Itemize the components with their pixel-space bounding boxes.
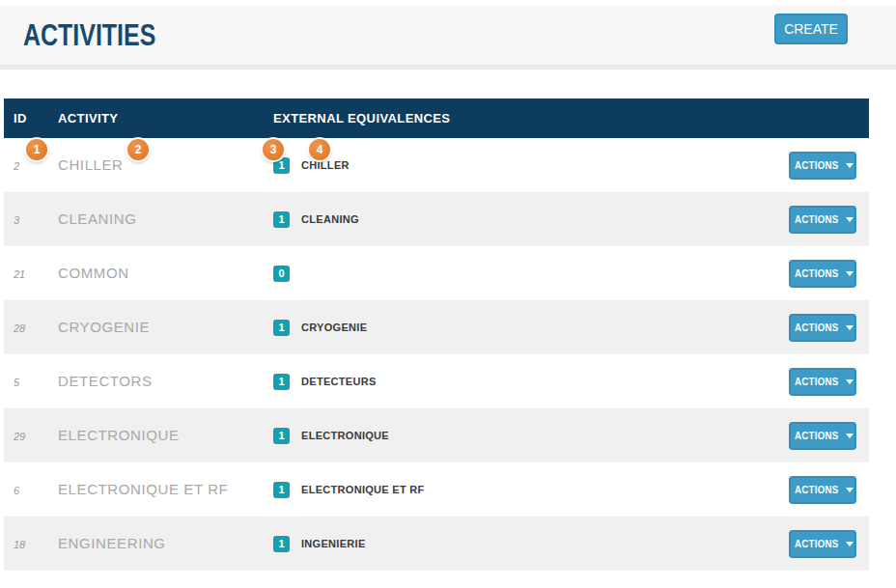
caret-down-icon (846, 271, 854, 276)
caret-down-icon (846, 217, 854, 222)
activities-page: ACTIVITIES CREATE ID ACTIVITY EXTERNAL E… (0, 0, 896, 588)
row-id: 3 (14, 214, 19, 226)
table-row: 29 ELECTRONIQUE 1 ELECTRONIQUE ACTIONS (4, 408, 869, 462)
actions-button-label: ACTIONS (795, 484, 838, 495)
actions-button-label: ACTIONS (795, 538, 838, 549)
row-id: 6 (14, 485, 19, 496)
equivalence-count-badge: 1 (273, 211, 290, 228)
page-header: ACTIVITIES (0, 6, 896, 70)
equivalence-name: ELECTRONIQUE ET RF (301, 484, 425, 495)
page-title: ACTIVITIES (23, 17, 155, 53)
activity-name: ELECTRONIQUE ET RF (58, 481, 228, 497)
table-row: 5 DETECTORS 1 DETECTEURS ACTIONS (4, 354, 869, 408)
row-id: 28 (14, 322, 25, 334)
row-id: 18 (14, 539, 25, 550)
caret-down-icon (846, 434, 854, 438)
row-id: 2 (14, 160, 19, 172)
annotation-callout-2: 2 (127, 139, 149, 160)
actions-button-label: ACTIONS (795, 430, 838, 441)
equivalence-name: ELECTRONIQUE (301, 430, 389, 441)
row-id: 29 (14, 431, 25, 442)
actions-button-label: ACTIONS (795, 267, 838, 279)
activity-name: COMMON (58, 265, 129, 281)
activity-name: CRYOGENIE (58, 319, 150, 335)
activity-name: ELECTRONIQUE (58, 427, 180, 443)
caret-down-icon (846, 488, 854, 492)
equivalence-count-badge: 0 (273, 266, 290, 282)
equivalence-name: CRYOGENIE (301, 322, 367, 333)
caret-down-icon (846, 163, 854, 168)
actions-button[interactable]: ACTIONS (789, 206, 856, 234)
equivalence-name: DETECTEURS (301, 376, 377, 387)
activity-name: DETECTORS (58, 373, 153, 389)
equivalence-name: INGENIERIE (301, 538, 366, 549)
table-row: 6 ELECTRONIQUE ET RF 1 ELECTRONIQUE ET R… (4, 462, 869, 517)
activity-name: CLEANING (58, 210, 137, 227)
activity-name: ENGINEERING (58, 535, 166, 551)
activity-name: CHILLER (58, 156, 124, 173)
annotation-callout-3: 3 (263, 139, 284, 160)
actions-button[interactable]: ACTIONS (789, 314, 856, 342)
equivalence-count-badge: 1 (273, 428, 290, 444)
annotation-callout-1: 1 (26, 139, 47, 160)
table-body: 2 CHILLER 1 CHILLER ACTIONS 3 CLEANING 1… (4, 138, 869, 571)
table-row: 3 CLEANING 1 CLEANING ACTIONS (4, 192, 869, 246)
equivalence-count-badge: 1 (273, 374, 290, 390)
table-row: 21 COMMON 0 ACTIONS (4, 246, 869, 300)
actions-button-label: ACTIONS (795, 213, 838, 225)
activities-table: ID ACTIVITY EXTERNAL EQUIVALENCES 2 CHIL… (4, 98, 869, 571)
equivalence-count-badge: 1 (273, 320, 290, 336)
column-header-activity: ACTIVITY (48, 111, 273, 126)
create-button-label: CREATE (784, 21, 838, 37)
create-button[interactable]: CREATE (774, 14, 848, 44)
actions-button[interactable]: ACTIONS (789, 530, 856, 558)
actions-button-label: ACTIONS (795, 159, 838, 171)
actions-button-label: ACTIONS (795, 322, 838, 333)
column-header-id: ID (4, 111, 48, 126)
actions-button[interactable]: ACTIONS (789, 422, 856, 450)
actions-button[interactable]: ACTIONS (789, 260, 856, 288)
equivalence-count-badge: 1 (273, 536, 290, 552)
table-row: 18 ENGINEERING 1 INGENIERIE ACTIONS (4, 517, 869, 571)
caret-down-icon (846, 542, 854, 546)
equivalence-count-badge: 1 (273, 482, 290, 498)
caret-down-icon (846, 379, 854, 384)
actions-button-label: ACTIONS (795, 376, 838, 387)
caret-down-icon (846, 325, 854, 330)
equivalence-name: CLEANING (301, 213, 359, 225)
annotation-callout-4: 4 (309, 139, 330, 160)
table-header-row: ID ACTIVITY EXTERNAL EQUIVALENCES (4, 98, 869, 138)
table-row: 28 CRYOGENIE 1 CRYOGENIE ACTIONS (4, 300, 869, 354)
actions-button[interactable]: ACTIONS (789, 152, 856, 180)
actions-button[interactable]: ACTIONS (789, 368, 856, 396)
equivalence-name: CHILLER (301, 159, 350, 171)
actions-button[interactable]: ACTIONS (789, 476, 856, 504)
row-id: 21 (14, 268, 25, 280)
row-id: 5 (14, 377, 19, 388)
column-header-equivalences: EXTERNAL EQUIVALENCES (273, 111, 869, 126)
